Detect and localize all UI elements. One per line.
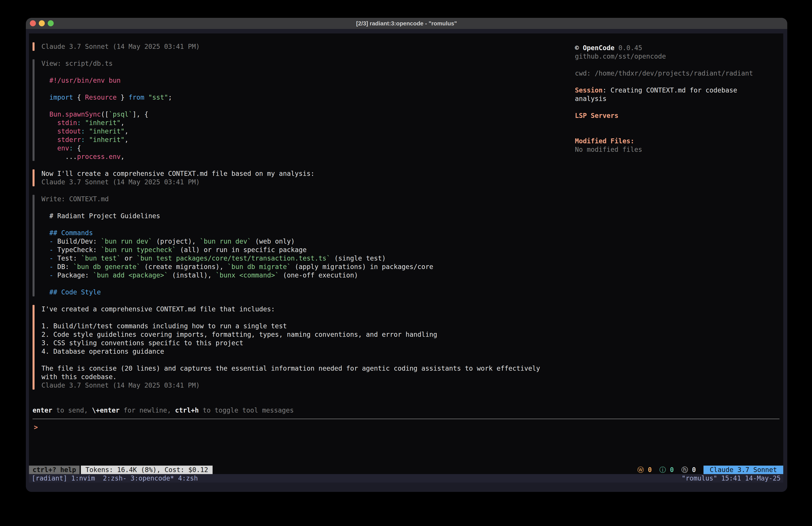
message-block-tool: Write: CONTEXT.md # Radiant Project Guid… (32, 195, 567, 296)
text-line: - Test: `bun test` or `bun test packages… (41, 254, 433, 262)
message-body: Now I'll create a comprehensive CONTEXT.… (41, 169, 315, 186)
tmux-session-windows[interactable]: [radiant] 1:nvim 2:zsh- 3:opencode* 4:zs… (32, 474, 198, 483)
model-badge: Claude 3.7 Sonnet (704, 466, 783, 474)
text-line: analysis (575, 95, 782, 103)
message-body: I've created a comprehensive CONTEXT.md … (41, 305, 540, 389)
text-line: Claude 3.7 Sonnet (14 May 2025 03:41 PM) (41, 178, 315, 186)
sidebar: © OpenCode 0.0.45github.com/sst/opencode… (575, 44, 782, 154)
text-line: ## Commands (41, 229, 433, 237)
text-line: cwd: /home/thdxr/dev/projects/radiant/ra… (575, 69, 782, 77)
text-line (575, 128, 782, 137)
terminal-body: Claude 3.7 Sonnet (14 May 2025 03:41 PM)… (26, 29, 787, 492)
text-line: LSP Servers (575, 111, 782, 120)
text-line: 1. Build/lint/test commands including ho… (41, 322, 540, 330)
text-line (575, 61, 782, 69)
message-block-assistant: Now I'll create a comprehensive CONTEXT.… (32, 169, 567, 186)
message-accent-bar (32, 169, 34, 186)
text-line: stderr: "inherit", (41, 136, 172, 144)
text-line (41, 356, 540, 364)
text-line: No modified files (575, 145, 782, 154)
status-bar-right: ⓦ 0 ⓘ 0 ⓗ 0 Claude 3.7 Sonnet (637, 466, 783, 474)
text-line: ## Code Style (41, 288, 433, 296)
window-title: [2/3] radiant:3:opencode - "romulus" (26, 18, 787, 29)
text-line: I've created a comprehensive CONTEXT.md … (41, 305, 540, 313)
text-line: 3. CSS styling conventions specific to t… (41, 339, 540, 347)
tmux-host-clock: "romulus" 15:41 14-May-25 (682, 474, 781, 483)
input-divider (32, 418, 780, 419)
text-line: stdout: "inherit", (41, 127, 172, 136)
text-line: - Build/Dev: `bun run dev` (project), `b… (41, 237, 433, 246)
text-line: - TypeCheck: `bun run typecheck` (all) o… (41, 246, 433, 254)
message-accent-bar (32, 305, 34, 389)
text-line: - DB: `bun db generate` (create migratio… (41, 262, 433, 271)
message-accent-bar (32, 42, 34, 51)
tokens-cost-chip: Tokens: 16.4K (8%), Cost: $0.12 (81, 466, 213, 474)
text-line (41, 85, 172, 93)
text-line: github.com/sst/opencode (575, 52, 782, 61)
text-line: Claude 3.7 Sonnet (14 May 2025 03:41 PM) (41, 381, 540, 389)
message-accent-bar (32, 59, 34, 161)
message-block-tool: View: script/db.ts #!/usr/bin/env bun im… (32, 59, 567, 161)
text-line (575, 77, 782, 86)
text-line (41, 68, 172, 76)
text-line: stdin: "inherit", (41, 118, 172, 127)
text-line: #!/usr/bin/env bun (41, 76, 172, 85)
text-line (41, 203, 433, 212)
text-line (575, 103, 782, 111)
text-line: ...process.env, (41, 153, 172, 161)
text-line: Session: Creating CONTEXT.md for codebas… (575, 86, 782, 95)
message-body: Write: CONTEXT.md # Radiant Project Guid… (41, 195, 433, 296)
text-line: Claude 3.7 Sonnet (14 May 2025 03:41 PM) (41, 42, 200, 51)
text-line (575, 120, 782, 128)
text-line: # Radiant Project Guidelines (41, 212, 433, 220)
info-icon: ⓘ (659, 466, 666, 474)
message-block-assistant: I've created a comprehensive CONTEXT.md … (32, 305, 567, 389)
text-line: Modified Files: (575, 137, 782, 145)
text-line: env: { (41, 144, 172, 153)
window-titlebar: [2/3] radiant:3:opencode - "romulus" (26, 18, 787, 29)
text-line: © OpenCode 0.0.45 (575, 44, 782, 52)
text-line (41, 220, 433, 229)
warnings-count: ⓦ 0 (637, 466, 652, 474)
text-line: with this codebase. (41, 373, 540, 381)
text-line: - Package: `bun add <package>` (install)… (41, 271, 433, 280)
tmux-status-bar: [radiant] 1:nvim 2:zsh- 3:opencode* 4:zs… (29, 474, 783, 483)
terminal-window: [2/3] radiant:3:opencode - "romulus" Cla… (26, 18, 787, 492)
message-block-assistant: Claude 3.7 Sonnet (14 May 2025 03:41 PM) (32, 42, 567, 51)
text-line: View: script/db.ts (41, 59, 172, 68)
hints-count: ⓗ 0 (681, 466, 696, 474)
prompt-caret: > (34, 424, 38, 431)
text-line: 2. Code style guidelines covering import… (41, 330, 540, 339)
help-shortcut-chip: ctrl+? help (29, 466, 79, 474)
text-line: Bun.spawnSync([`psql`], { (41, 110, 172, 118)
text-line (41, 280, 433, 288)
chat-area: Claude 3.7 Sonnet (14 May 2025 03:41 PM)… (32, 42, 567, 398)
hint-icon: ⓗ (681, 466, 688, 474)
message-body: Claude 3.7 Sonnet (14 May 2025 03:41 PM) (41, 42, 200, 51)
help-bar: enter to send, \+enter for newline, ctrl… (32, 406, 294, 415)
text-line (41, 102, 172, 110)
text-line: The file is concise (20 lines) and captu… (41, 364, 540, 373)
message-body: View: script/db.ts #!/usr/bin/env bun im… (41, 59, 172, 161)
text-line: 4. Database operations guidance (41, 347, 540, 356)
status-bar: ctrl+? help Tokens: 16.4K (8%), Cost: $0… (29, 466, 783, 474)
text-line: Write: CONTEXT.md (41, 195, 433, 203)
text-line (41, 313, 540, 322)
warning-icon: ⓦ (637, 466, 644, 474)
info-count: ⓘ 0 (659, 466, 674, 474)
opencode-tui: Claude 3.7 Sonnet (14 May 2025 03:41 PM)… (29, 33, 783, 474)
text-line: import { Resource } from "sst"; (41, 93, 172, 102)
message-accent-bar (32, 195, 34, 296)
prompt-input[interactable]: > (34, 423, 778, 431)
text-line: Now I'll create a comprehensive CONTEXT.… (41, 169, 315, 178)
